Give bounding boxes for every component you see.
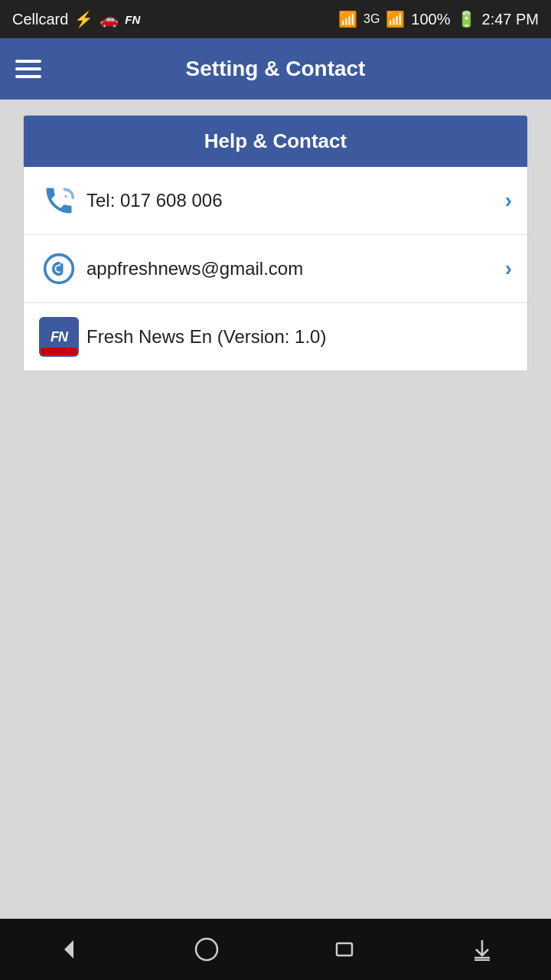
car-icon: 🚗 (99, 10, 119, 28)
nav-bar: Setting & Contact (0, 38, 551, 100)
svg-marker-2 (64, 940, 73, 959)
svg-point-1 (56, 266, 61, 271)
page-title: Setting & Contact (186, 57, 366, 81)
phone-chevron-icon: › (505, 188, 512, 213)
recents-button[interactable] (331, 936, 358, 963)
status-bar-left: Cellcard ⚡ 🚗 FN (12, 10, 140, 28)
card-header: Help & Contact (24, 116, 527, 167)
download-button[interactable] (468, 936, 496, 963)
help-contact-card: Help & Contact Tel: 017 608 006 › (23, 115, 528, 371)
version-row: FN Fresh News En (Version: 1.0) (24, 303, 527, 371)
phone-label: Tel: 017 608 006 (86, 190, 505, 211)
version-label: Fresh News En (Version: 1.0) (86, 326, 512, 348)
email-chevron-icon: › (505, 256, 512, 281)
phone-icon (39, 181, 79, 220)
battery-icon: 🔋 (457, 10, 476, 28)
email-icon (39, 249, 79, 289)
back-button[interactable] (55, 936, 83, 963)
email-row[interactable]: appfreshnews@gmail.com › (24, 235, 527, 303)
battery-label: 100% (411, 11, 450, 28)
home-button[interactable] (193, 936, 220, 963)
phone-row[interactable]: Tel: 017 608 006 › (24, 167, 527, 235)
svg-point-3 (196, 939, 217, 960)
svg-rect-4 (337, 943, 352, 956)
signal-icon: 📶 (386, 10, 405, 28)
usb-icon: ⚡ (74, 10, 93, 28)
main-content: Help & Contact Tel: 017 608 006 › (0, 100, 551, 387)
wifi-icon: 📶 (338, 10, 357, 28)
email-label: appfreshnews@gmail.com (86, 258, 505, 279)
carrier-label: Cellcard (12, 11, 68, 28)
status-bar: Cellcard ⚡ 🚗 FN 📶 3G 📶 100% 🔋 2:47 PM (0, 0, 551, 38)
hamburger-button[interactable] (15, 60, 41, 78)
fn-logo-icon: FN (39, 317, 79, 357)
bottom-nav-bar (0, 919, 551, 980)
status-bar-right: 📶 3G 📶 100% 🔋 2:47 PM (338, 10, 539, 28)
fn-status-icon: FN (125, 13, 140, 26)
time-label: 2:47 PM (482, 11, 539, 28)
network-type: 3G (364, 12, 380, 26)
